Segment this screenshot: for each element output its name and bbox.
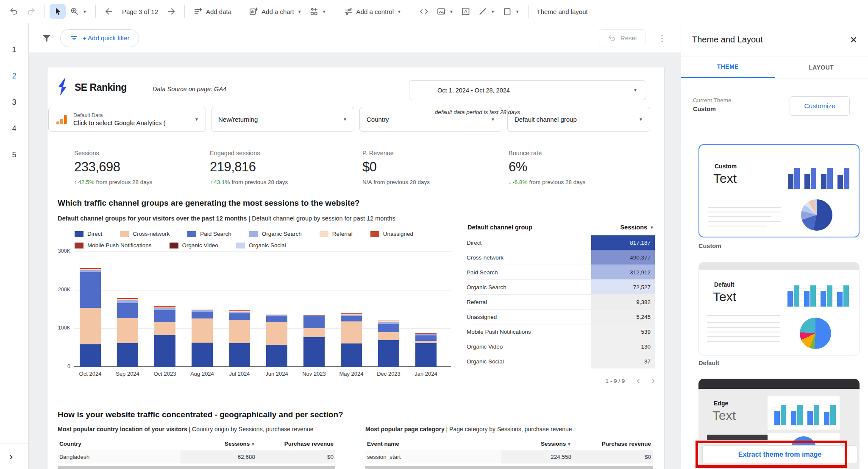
table-row-paid-search[interactable]: Paid Search312,912 xyxy=(467,265,655,279)
data-source-control[interactable]: Default Data Click to select Google Anal… xyxy=(48,107,206,132)
line-button[interactable]: ▼ xyxy=(475,4,498,19)
preview-text: Text xyxy=(713,171,737,186)
next-page-button[interactable] xyxy=(163,4,179,19)
bar-segment-cross-network xyxy=(80,308,101,344)
expand-panel-icon[interactable]: › xyxy=(9,452,13,462)
page-next-icon[interactable]: › xyxy=(652,376,655,385)
table-row-organic-video[interactable]: Organic Video130 xyxy=(467,339,655,354)
sort-desc-icon: ▼ xyxy=(650,225,654,230)
delta-percent: -6.8% xyxy=(512,179,527,185)
mini-chart-panel xyxy=(768,396,840,430)
theme-layout-button[interactable]: Theme and layout xyxy=(534,6,591,18)
bar-segment-paid-search xyxy=(341,316,362,321)
legend-item-paid-search: Paid Search xyxy=(187,231,231,237)
reset-button[interactable]: Reset xyxy=(599,29,646,47)
tab-theme[interactable]: THEME xyxy=(681,56,775,78)
geo-left-subtitle: Most popular country location of your vi… xyxy=(58,426,314,433)
bar-dec-2023[interactable] xyxy=(378,321,399,367)
table-row-clipped xyxy=(58,466,181,469)
metric-header[interactable]: Sessions▼ xyxy=(620,224,654,231)
undo-button[interactable] xyxy=(6,4,22,19)
bar-aug-2024[interactable] xyxy=(192,309,213,367)
scorecard-delta: ↑ 42.5% from previous 28 days xyxy=(74,179,201,185)
bar-jan-2024[interactable] xyxy=(415,333,437,367)
preview-text: Text xyxy=(712,408,736,423)
bar-oct-2024[interactable] xyxy=(80,268,101,367)
table-row-organic-search[interactable]: Organic Search72,527 xyxy=(467,279,655,294)
page-prev-icon[interactable]: ‹ xyxy=(637,376,640,385)
control-value: Country xyxy=(367,116,389,123)
channel-group-control[interactable]: Default channel group ▼ xyxy=(507,107,650,132)
column-header-sessions[interactable]: Sessions ▼ xyxy=(181,437,257,450)
theme-card-custom[interactable]: Custom Text xyxy=(698,144,860,237)
x-tick-may-2024: May 2024 xyxy=(332,371,370,377)
sidebar-page-1[interactable]: 1 xyxy=(12,45,16,54)
table-row-clipped xyxy=(257,466,335,469)
sidebar-page-5[interactable]: 5 xyxy=(12,151,16,159)
section-subtitle-traffic: Default channel groups for your visitors… xyxy=(58,215,395,222)
customize-button[interactable]: Customize xyxy=(790,96,850,116)
scorecard-bounce-rate: Bounce rate6%↓ -6.8% from previous 28 da… xyxy=(509,150,636,185)
theme-card-default[interactable]: Default Text xyxy=(698,262,860,355)
bar-oct-2023[interactable] xyxy=(154,306,175,367)
legend-item-direct: Direct xyxy=(75,231,102,237)
bar-segment-direct xyxy=(266,345,287,367)
sidebar-page-2[interactable]: 2 xyxy=(12,72,16,81)
table-row-cross-network[interactable]: Cross-network490,377 xyxy=(467,250,655,265)
subtitle-bold: Most popular country location of your vi… xyxy=(58,426,187,433)
chevron-down-icon: ▼ xyxy=(633,88,637,92)
legend-label: Organic Search xyxy=(262,231,302,237)
table-row-mobile-push-notifications[interactable]: Mobile Push Notifications539 xyxy=(467,324,655,339)
bar-segment-cross-network xyxy=(117,318,138,343)
text-button[interactable]: A xyxy=(458,4,474,19)
more-options-icon[interactable]: ⋮ xyxy=(654,31,670,45)
delta-suffix: from previous 28 days xyxy=(230,179,288,185)
close-icon[interactable]: × xyxy=(850,34,857,46)
bar-sep-2024[interactable] xyxy=(117,298,138,367)
bar-nov-2023[interactable] xyxy=(303,315,325,367)
bar-segment-paid-search xyxy=(80,272,101,308)
table-row-direct[interactable]: Direct817,187 xyxy=(467,235,655,250)
community-visualizations-button[interactable]: ▼ xyxy=(306,4,330,19)
legend-label: Referral xyxy=(332,231,353,237)
table-row-referral[interactable]: Referral9,382 xyxy=(467,294,655,309)
redo-button[interactable] xyxy=(23,4,39,19)
row-metric-cell: 37 xyxy=(591,354,655,368)
sidebar-page-3[interactable]: 3 xyxy=(12,98,16,107)
tab-layout[interactable]: LAYOUT xyxy=(775,56,868,78)
bar-segment-direct xyxy=(154,335,175,367)
sidebar-page-4[interactable]: 4 xyxy=(12,124,16,133)
column-header-sessions[interactable]: Sessions ▼ xyxy=(501,437,573,450)
traffic-chart-plot[interactable] xyxy=(74,251,451,367)
bar-may-2024[interactable] xyxy=(341,313,362,367)
row-dimension: Organic Video xyxy=(467,339,591,354)
new-returning-control[interactable]: New/returning ▼ xyxy=(211,107,354,132)
mini-dark-strip xyxy=(707,435,771,440)
table-row-organic-social[interactable]: Organic Social37 xyxy=(467,354,655,368)
mini-bar-chart xyxy=(786,283,851,307)
embed-code-button[interactable] xyxy=(415,4,432,19)
bar-jul-2024[interactable] xyxy=(229,310,250,367)
select-tool-button[interactable] xyxy=(50,4,66,19)
add-data-button[interactable]: Add data xyxy=(190,4,235,19)
zoom-tool-button[interactable]: ▼ xyxy=(67,4,90,19)
image-button[interactable]: ▼ xyxy=(433,4,457,19)
toolbar: ▼ Page 3 of 12 Add data Add a chart ▼ ▼ … xyxy=(0,0,868,23)
extract-theme-button[interactable]: Extract theme from image xyxy=(702,445,857,464)
legend-item-cross-network: Cross-network xyxy=(120,231,170,237)
preview-text: Text xyxy=(713,290,736,304)
sort-desc-icon: ▼ xyxy=(250,442,255,447)
scorecard-p-revenue: P. Revenue$0N/A from previous 28 days xyxy=(362,150,490,185)
date-range-control[interactable]: Oct 1, 2024 - Oct 28, 2024 ▼ xyxy=(409,80,646,100)
add-control-button[interactable]: Add a control ▼ xyxy=(340,4,405,19)
prev-page-button[interactable] xyxy=(101,4,117,19)
shape-button[interactable]: ▼ xyxy=(499,4,523,19)
table-pagination: 1 - 9 / 9 ‹ › xyxy=(467,376,655,385)
add-chart-button[interactable]: Add a chart ▼ xyxy=(245,4,305,19)
table-row-unassigned[interactable]: Unassigned5,245 xyxy=(467,309,655,324)
bar-jun-2024[interactable] xyxy=(266,314,287,367)
add-quick-filter-button[interactable]: + Add quick filter xyxy=(60,29,139,47)
mini-pie-chart xyxy=(801,199,832,231)
row-dimension: Direct xyxy=(467,235,591,250)
theme-layout-label: Theme and layout xyxy=(537,8,588,15)
